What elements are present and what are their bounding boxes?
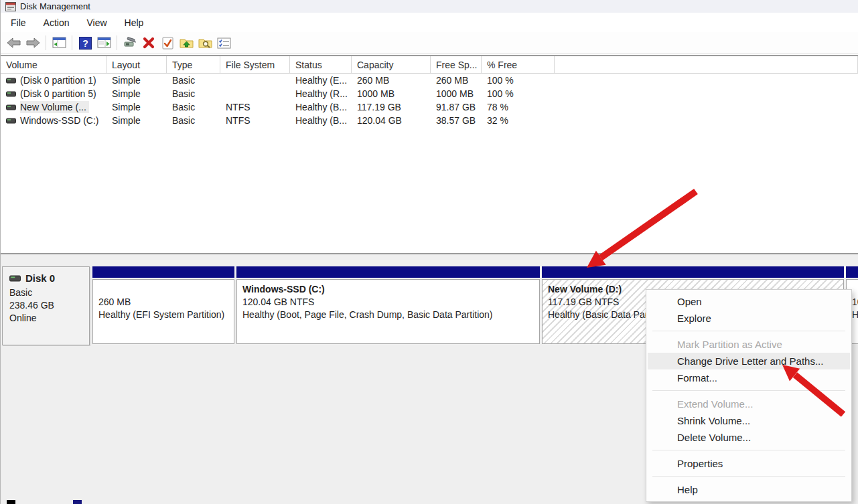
layout-value: Simple (106, 115, 167, 126)
menu-separator (652, 476, 845, 477)
type-value: Basic (167, 75, 220, 86)
col-status[interactable]: Status (290, 56, 352, 73)
pct-free-value: 78 % (482, 102, 555, 112)
disk-size: 238.46 GB (9, 299, 89, 312)
menu-separator (652, 390, 845, 391)
menu-item-properties[interactable]: Properties (648, 455, 850, 472)
capacity-value: 120.04 GB (352, 115, 431, 126)
partition-title (852, 283, 858, 296)
table-row[interactable]: (Disk 0 partition 5) Simple Basic Health… (1, 87, 858, 100)
table-row-selected[interactable]: New Volume (... Simple Basic NTFS Health… (1, 100, 858, 114)
menu-item-explore[interactable]: Explore (648, 310, 850, 327)
pct-free-value: 100 % (482, 88, 555, 99)
partition-title: Windows-SSD (C:) (242, 283, 539, 296)
status-value: Healthy (B... (290, 102, 352, 112)
status-value: Healthy (B... (290, 115, 352, 126)
partition-size: 260 MB (98, 296, 234, 309)
layout-value: Simple (106, 75, 167, 86)
status-value: Healthy (R... (290, 88, 352, 99)
layout-value: Simple (106, 102, 167, 112)
context-menu: Open Explore Mark Partition as Active Ch… (646, 289, 852, 502)
table-row[interactable]: Windows-SSD (C:) Simple Basic NTFS Healt… (1, 114, 858, 127)
menu-separator (652, 450, 845, 450)
menu-help[interactable]: Help (116, 15, 153, 31)
volume-name: (Disk 0 partition 1) (20, 75, 96, 86)
partition-c[interactable]: Windows-SSD (C:) 120.04 GB NTFS Healthy … (236, 266, 540, 345)
type-value: Basic (167, 115, 220, 126)
partition-status: Healthy (Boot, Page File, Crash Dump, Ba… (242, 309, 539, 321)
menu-item-shrink-volume[interactable]: Shrink Volume... (648, 412, 850, 429)
disk-type: Basic (9, 286, 89, 299)
partition-title (98, 283, 234, 296)
layout-value: Simple (106, 88, 167, 99)
partition-color-bar (236, 266, 540, 278)
menu-item-open[interactable]: Open (648, 293, 850, 310)
check-document-icon[interactable] (159, 34, 176, 52)
col-free-space[interactable]: Free Sp... (431, 56, 482, 73)
tool-icon[interactable] (121, 34, 139, 52)
toolbar: ? (1, 32, 858, 54)
forward-icon[interactable] (24, 34, 42, 52)
capacity-value: 260 MB (352, 75, 431, 86)
window-title: Disk Management (20, 1, 90, 11)
type-value: Basic (167, 88, 220, 99)
menu-item-format[interactable]: Format... (648, 369, 850, 386)
col-empty (555, 56, 858, 73)
action-pane-icon[interactable] (95, 34, 113, 52)
toolbar-separator (46, 35, 46, 50)
toolbar-separator (117, 35, 117, 50)
partition-status: Healthy (EFI System Partition) (98, 309, 234, 321)
disk-status: Online (9, 312, 89, 325)
folder-up-icon[interactable] (177, 34, 195, 52)
fs-value: NTFS (220, 115, 290, 126)
drive-icon (6, 118, 16, 124)
back-icon[interactable] (5, 34, 23, 52)
table-row[interactable]: (Disk 0 partition 1) Simple Basic Health… (1, 74, 858, 87)
drive-icon (6, 91, 16, 97)
menu-item-change-drive-letter[interactable]: Change Drive Letter and Paths... (648, 353, 850, 369)
volume-name: New Volume (... (20, 101, 89, 113)
free-space-value: 260 MB (431, 75, 482, 86)
col-layout[interactable]: Layout (106, 56, 167, 73)
type-value: Basic (167, 102, 220, 112)
menu-action[interactable]: Action (35, 15, 78, 31)
disk0-panel[interactable]: Disk 0 Basic 238.46 GB Online (2, 266, 90, 345)
svg-text:?: ? (82, 37, 88, 48)
col-volume[interactable]: Volume (1, 56, 106, 73)
free-space-value: 91.87 GB (431, 102, 482, 112)
menu-item-extend-volume: Extend Volume... (648, 396, 850, 412)
volume-list: Volume Layout Type File System Status Ca… (1, 55, 858, 253)
menu-separator (652, 331, 845, 331)
menu-file[interactable]: File (2, 15, 35, 31)
status-value: Healthy (E... (290, 75, 352, 86)
folder-search-icon[interactable] (196, 34, 214, 52)
pct-free-value: 32 % (482, 115, 555, 126)
col-file-system[interactable]: File System (220, 56, 290, 73)
fs-value: NTFS (220, 102, 290, 112)
checklist-icon[interactable] (215, 34, 232, 52)
partition-status: Healthy (852, 309, 858, 321)
help-icon[interactable]: ? (76, 34, 94, 52)
col-capacity[interactable]: Capacity (352, 56, 431, 73)
volume-name: (Disk 0 partition 5) (20, 88, 96, 99)
menu-item-delete-volume[interactable]: Delete Volume... (648, 429, 850, 446)
partition-color-bar (542, 266, 844, 278)
col-type[interactable]: Type (167, 56, 220, 73)
menu-item-help[interactable]: Help (648, 481, 850, 498)
free-space-value: 1000 MB (431, 88, 482, 99)
menu-view[interactable]: View (78, 15, 115, 31)
col-pct-free[interactable]: % Free (482, 56, 555, 73)
app-icon (5, 2, 16, 11)
partition-color-bar (846, 266, 858, 278)
volume-name: Windows-SSD (C:) (20, 115, 98, 126)
partition-size: 120.04 GB NTFS (242, 296, 539, 309)
delete-icon[interactable] (140, 34, 157, 52)
free-space-value: 38.57 GB (431, 115, 482, 126)
drive-icon (6, 104, 16, 110)
console-tree-icon[interactable] (50, 34, 68, 52)
partition-color-bar (92, 266, 234, 278)
title-bar: Disk Management (1, 0, 858, 13)
partition-efi[interactable]: 260 MB Healthy (EFI System Partition) (92, 266, 234, 345)
menu-bar: File Action View Help (1, 13, 858, 32)
capacity-value: 117.19 GB (352, 102, 431, 112)
